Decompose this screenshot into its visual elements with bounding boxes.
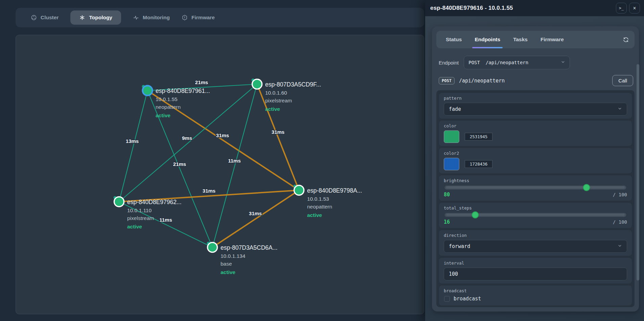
node-ip-label: 10.0.1.60 [265, 90, 287, 96]
endpoint-select[interactable]: POST /api/neopattern [464, 56, 570, 69]
broadcast-checkbox[interactable] [444, 296, 450, 302]
pattern-select[interactable]: fade [444, 103, 627, 116]
brightness-value: 80 [444, 192, 450, 198]
edge-latency-label: 11ms [159, 217, 172, 223]
topology-node-10.0.1.110[interactable]: esp-840D8E97962...10.0.1.110pixelstreama… [114, 196, 182, 230]
node-role-label: base [221, 261, 232, 267]
edge-latency-label: 9ms [182, 135, 192, 141]
tab-endpoints[interactable]: Endpoints [475, 31, 500, 48]
edge-latency-label: 31ms [216, 132, 229, 138]
request-path: /api/neopattern [459, 78, 608, 84]
field-brightness: brightness 80 / 100 [439, 175, 632, 201]
tab-tasks[interactable]: Tasks [513, 31, 528, 48]
cluster-icon [31, 15, 37, 21]
edge-latency-label: 21ms [173, 161, 186, 167]
call-button[interactable]: Call [612, 75, 633, 86]
node-role-label: pixelstream [265, 98, 292, 103]
node-ip-label: 10.0.1.55 [156, 96, 178, 102]
topology-edge-n2-n3 [119, 84, 257, 202]
panel-scrollbar-thumb[interactable] [637, 64, 639, 280]
tab-bar-spacer [577, 31, 610, 48]
refresh-button[interactable] [623, 31, 629, 48]
node-circle[interactable] [114, 197, 124, 207]
color-swatch[interactable] [444, 130, 459, 143]
brightness-slider-thumb[interactable] [583, 184, 590, 191]
endpoint-select-path: /api/neopattern [486, 60, 528, 65]
color2-value-input[interactable]: 1728436 [465, 160, 492, 168]
node-status-label: active [156, 113, 170, 118]
total-steps-value: 16 [444, 219, 450, 225]
device-panel-header: esp-840D8E979616 - 10.0.1.55 >_ × [425, 0, 644, 16]
node-circle[interactable] [143, 86, 153, 96]
node-circle[interactable] [294, 186, 304, 195]
node-ip-label: 10.0.1.134 [221, 253, 246, 259]
field-label: broadcast [444, 288, 627, 293]
firmware-icon [182, 15, 188, 21]
terminal-button[interactable]: >_ [616, 3, 627, 14]
edge-latency-label: 31ms [203, 188, 215, 194]
endpoint-selector-row: Endpoint POST /api/neopattern [439, 56, 634, 69]
nav-item-label: Firmware [191, 15, 215, 21]
node-circle[interactable] [252, 79, 262, 89]
refresh-icon [623, 36, 629, 43]
node-name-label: esp-840D8E97961... [156, 88, 210, 94]
topology-node-10.0.1.134[interactable]: esp-807D3A5CD6A...10.0.1.134baseactive [207, 242, 278, 275]
color2-swatch[interactable] [444, 158, 459, 170]
nav-item-monitoring[interactable]: Monitoring [133, 10, 170, 25]
device-panel: esp-840D8E979616 - 10.0.1.55 >_ × Status… [425, 0, 644, 321]
close-panel-button[interactable]: × [629, 3, 640, 14]
chevron-down-icon [618, 243, 622, 249]
node-name-label: esp-807D3A5CD9F... [265, 81, 321, 88]
field-pattern: pattern fade [439, 93, 632, 119]
endpoint-label: Endpoint [439, 60, 459, 66]
method-badge: POST [439, 77, 455, 84]
chevron-down-icon [618, 106, 622, 112]
node-status-label: active [265, 106, 280, 112]
nav-item-cluster[interactable]: Cluster [31, 10, 59, 25]
chevron-down-icon [532, 54, 565, 71]
edge-latency-label: 21ms [195, 79, 208, 85]
interval-input[interactable]: 100 [444, 268, 627, 280]
topology-edge-n1-n3 [119, 91, 147, 202]
field-color: color 2531945 [439, 121, 632, 146]
brightness-max: / 100 [613, 192, 627, 197]
total-steps-max: / 100 [613, 219, 627, 225]
endpoint-select-method: POST [468, 60, 480, 65]
field-label: pattern [444, 96, 627, 101]
topology-node-10.0.1.53[interactable]: esp-840D8E9798A...10.0.1.53neopatternact… [294, 185, 362, 218]
broadcast-checkbox-label: broadcast [454, 296, 481, 302]
device-panel-content: Status Endpoints Tasks Firmware Endpoint… [432, 26, 639, 312]
node-status-label: active [127, 224, 142, 229]
field-label: total_steps [444, 205, 627, 211]
field-label: interval [444, 261, 627, 266]
total-steps-slider-thumb[interactable] [472, 211, 479, 218]
field-direction: direction forward [439, 230, 632, 256]
field-color2: color2 1728436 [439, 148, 632, 173]
node-role-label: neopattern [307, 204, 332, 209]
node-circle[interactable] [208, 243, 217, 252]
device-panel-title: esp-840D8E979616 - 10.0.1.55 [430, 5, 614, 11]
tab-status[interactable]: Status [446, 31, 462, 48]
node-name-label: esp-840D8E9798A... [307, 187, 362, 194]
nav-item-label: Topology [89, 15, 112, 21]
brightness-slider[interactable] [444, 185, 626, 190]
nav-item-firmware[interactable]: Firmware [182, 10, 215, 25]
terminal-icon: >_ [619, 6, 624, 10]
direction-select[interactable]: forward [444, 240, 627, 253]
node-ip-label: 10.0.1.53 [307, 196, 329, 202]
nav-item-topology[interactable]: Topology [70, 10, 121, 25]
node-role-label: pixelstream [127, 215, 154, 221]
color-value-input[interactable]: 2531945 [465, 133, 492, 141]
total-steps-slider[interactable] [444, 213, 626, 217]
field-label: color [444, 123, 627, 128]
field-interval: interval 100 [439, 258, 632, 283]
edge-latency-label: 11ms [228, 158, 241, 164]
close-icon: × [633, 5, 636, 11]
field-broadcast: broadcast broadcast [439, 286, 632, 305]
node-ip-label: 10.0.1.110 [127, 207, 152, 213]
edge-latency-label: 13ms [126, 138, 139, 144]
node-name-label: esp-807D3A5CD6A... [221, 244, 277, 251]
topology-canvas[interactable]: 21ms13ms31ms21ms9ms31ms11ms31ms11ms31mse… [16, 35, 424, 314]
endpoint-form: pattern fade color 2531945 color2 [436, 90, 635, 307]
tab-firmware[interactable]: Firmware [540, 31, 564, 48]
